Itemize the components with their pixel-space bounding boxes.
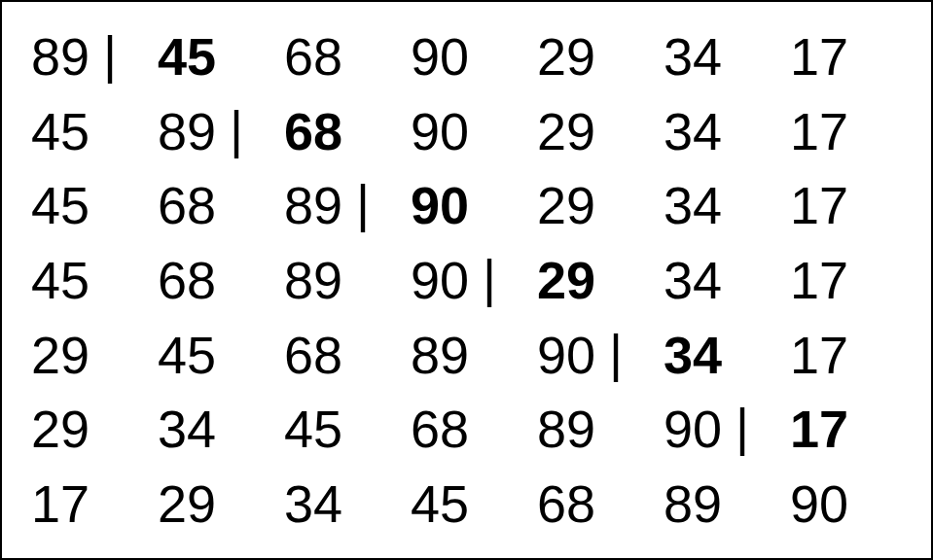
number-cell: 45	[158, 30, 284, 83]
number-value: 29	[537, 254, 595, 306]
number-value: 34	[664, 179, 722, 231]
number-value: 89	[284, 254, 342, 306]
number-value: 45	[31, 254, 90, 306]
number-cell: 68	[284, 30, 411, 83]
insertion-sort-steps-grid: 89|4568902934174589|6890293417456889|902…	[2, 2, 931, 558]
number-cell: 45	[31, 105, 158, 158]
number-cell: 68	[537, 477, 664, 530]
number-value: 68	[284, 30, 342, 83]
number-cell: 90|	[411, 254, 537, 306]
number-cell: 34	[284, 477, 411, 530]
number-value: 45	[31, 105, 90, 158]
number-cell: 89|	[31, 30, 158, 83]
number-value: 90	[790, 477, 848, 530]
number-value: 29	[537, 105, 595, 158]
number-cell: 45	[284, 402, 411, 455]
number-cell: 90	[411, 105, 537, 158]
number-value: 90	[411, 105, 469, 158]
number-cell: 90|	[664, 402, 790, 455]
number-value: 17	[31, 477, 90, 530]
number-value: 90	[537, 329, 595, 381]
number-cell: 89	[664, 477, 790, 530]
number-value: 68	[411, 402, 469, 455]
number-value: 90	[664, 402, 722, 455]
number-cell: 68	[158, 254, 284, 306]
number-value: 45	[158, 329, 216, 381]
number-value: 89	[664, 477, 722, 530]
number-cell: 34	[664, 179, 790, 231]
number-value: 45	[158, 30, 216, 83]
number-cell: 17	[790, 402, 916, 455]
number-value: 34	[664, 329, 722, 381]
number-cell: 17	[790, 179, 916, 231]
sort-step-row: 293445688990|17	[31, 393, 902, 465]
number-value: 68	[284, 329, 342, 381]
number-cell: 29	[31, 329, 158, 381]
number-value: 68	[537, 477, 595, 530]
number-value: 34	[284, 477, 342, 530]
sort-step-row: 45688990|293417	[31, 244, 902, 316]
number-cell: 90	[411, 30, 537, 83]
number-value: 45	[284, 402, 342, 455]
number-cell: 89|	[284, 179, 411, 231]
number-value: 34	[158, 402, 216, 455]
partition-separator-icon: |	[483, 252, 496, 304]
number-value: 34	[664, 30, 722, 83]
number-value: 17	[790, 30, 848, 83]
number-value: 90	[411, 254, 469, 306]
number-value: 90	[411, 179, 469, 231]
sort-step-row: 4589|6890293417	[31, 95, 902, 167]
number-value: 17	[790, 179, 848, 231]
number-value: 89	[537, 402, 595, 455]
partition-separator-icon: |	[736, 401, 749, 453]
number-value: 89	[158, 105, 216, 158]
number-value: 29	[31, 402, 90, 455]
number-cell: 34	[664, 105, 790, 158]
number-value: 17	[790, 402, 848, 455]
number-value: 17	[790, 105, 848, 158]
number-value: 45	[31, 179, 90, 231]
number-value: 68	[158, 254, 216, 306]
number-cell: 90|	[537, 329, 664, 381]
number-cell: 45	[411, 477, 537, 530]
number-value: 34	[664, 254, 722, 306]
number-cell: 29	[537, 30, 664, 83]
number-value: 29	[537, 179, 595, 231]
number-value: 29	[158, 477, 216, 530]
number-cell: 45	[31, 254, 158, 306]
number-cell: 34	[664, 30, 790, 83]
number-cell: 90	[411, 179, 537, 231]
number-cell: 89	[284, 254, 411, 306]
number-value: 29	[31, 329, 90, 381]
number-cell: 29	[158, 477, 284, 530]
number-cell: 68	[284, 105, 411, 158]
number-cell: 17	[31, 477, 158, 530]
number-cell: 90	[790, 477, 916, 530]
number-cell: 68	[158, 179, 284, 231]
partition-separator-icon: |	[356, 177, 370, 229]
number-value: 29	[537, 30, 595, 83]
number-cell: 29	[537, 179, 664, 231]
sort-step-row: 2945688990|3417	[31, 319, 902, 391]
number-value: 45	[411, 477, 469, 530]
partition-separator-icon: |	[230, 103, 243, 156]
sort-step-row: 17293445688990	[31, 468, 902, 540]
number-cell: 45	[158, 329, 284, 381]
number-cell: 17	[790, 329, 916, 381]
number-value: 17	[790, 254, 848, 306]
number-cell: 17	[790, 254, 916, 306]
sort-step-row: 89|456890293417	[31, 20, 902, 92]
number-cell: 17	[790, 30, 916, 83]
number-cell: 17	[790, 105, 916, 158]
number-cell: 89	[411, 329, 537, 381]
number-value: 68	[284, 105, 342, 158]
number-value: 17	[790, 329, 848, 381]
number-cell: 45	[31, 179, 158, 231]
number-cell: 34	[664, 254, 790, 306]
number-value: 90	[411, 30, 469, 83]
partition-separator-icon: |	[609, 327, 623, 379]
number-value: 89	[411, 329, 469, 381]
number-cell: 68	[411, 402, 537, 455]
number-value: 89	[284, 179, 342, 231]
number-cell: 34	[158, 402, 284, 455]
